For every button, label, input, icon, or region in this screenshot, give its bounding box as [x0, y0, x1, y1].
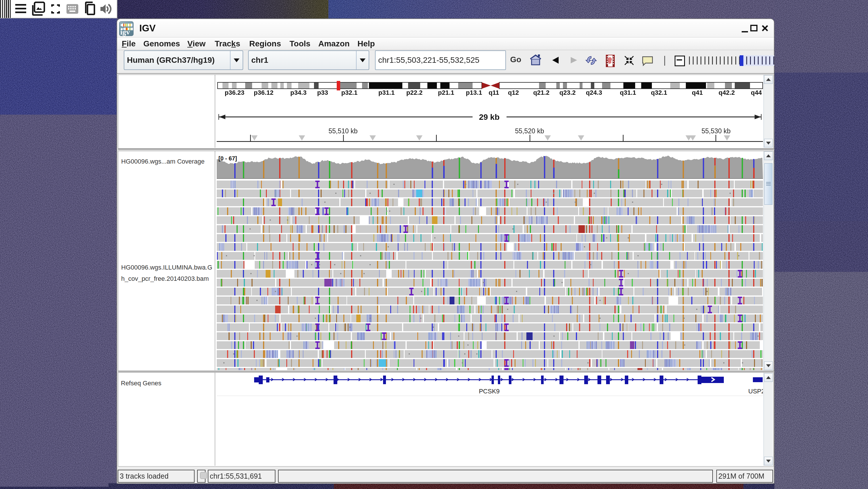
svg-text:PCSK9: PCSK9	[479, 387, 500, 395]
svg-text:p13.1: p13.1	[466, 89, 482, 96]
svg-text:USP24: USP24	[748, 387, 763, 395]
svg-text:q31.1: q31.1	[620, 89, 636, 96]
svg-text:p33: p33	[317, 89, 328, 96]
svg-text:55,510 kb: 55,510 kb	[329, 127, 358, 135]
svg-text:p36.12: p36.12	[254, 89, 274, 96]
svg-text:p32.1: p32.1	[341, 89, 358, 96]
svg-text:55,520 kb: 55,520 kb	[515, 127, 544, 135]
svg-text:p21.1: p21.1	[438, 89, 454, 96]
svg-text:q23.2: q23.2	[559, 89, 576, 96]
svg-text:q21.2: q21.2	[533, 89, 549, 96]
svg-text:p36.23: p36.23	[225, 89, 245, 96]
svg-text:q12: q12	[508, 89, 519, 96]
svg-text:q32.1: q32.1	[651, 89, 667, 96]
svg-text:q24.3: q24.3	[586, 89, 602, 96]
svg-text:q41: q41	[692, 89, 703, 96]
svg-text:55,530 kb: 55,530 kb	[701, 127, 731, 135]
svg-text:q44: q44	[751, 89, 762, 96]
svg-text:q42.2: q42.2	[719, 89, 735, 96]
svg-text:p22.2: p22.2	[406, 89, 423, 96]
svg-text:29 kb: 29 kb	[479, 113, 500, 121]
svg-text:p31.1: p31.1	[378, 89, 395, 96]
svg-text:q11: q11	[489, 89, 499, 96]
svg-text:p34.3: p34.3	[290, 89, 307, 96]
